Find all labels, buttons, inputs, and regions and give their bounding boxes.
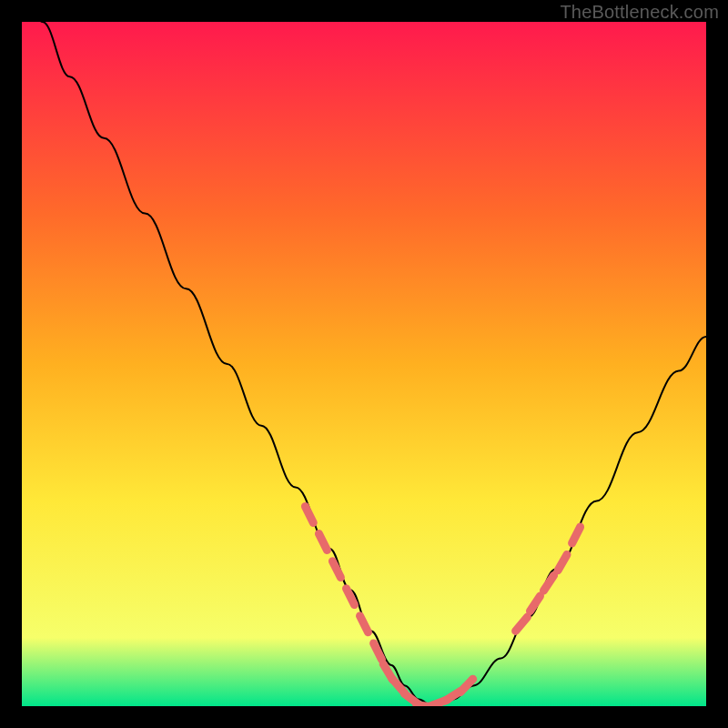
bottleneck-chart <box>22 22 706 706</box>
attribution-label: TheBottleneck.com <box>560 2 719 23</box>
chart-frame: TheBottleneck.com <box>0 0 728 728</box>
plot-area <box>22 22 706 706</box>
gradient-background <box>22 22 706 706</box>
